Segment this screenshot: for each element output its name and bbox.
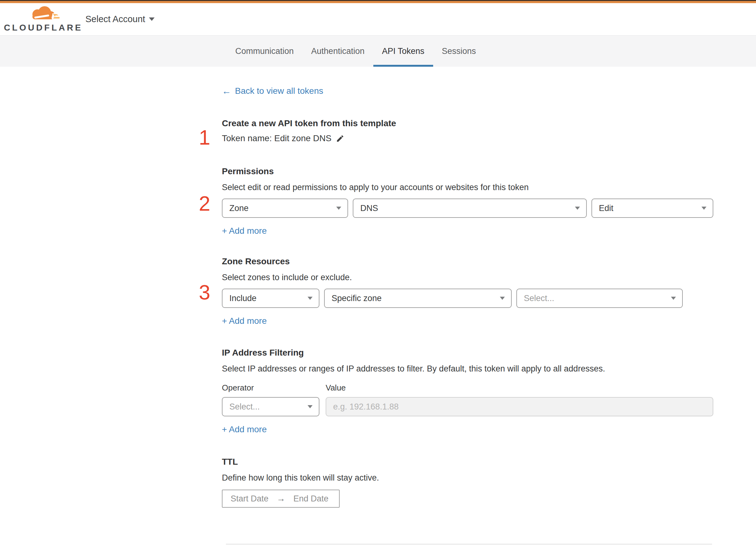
permission-scope-select[interactable]: Zone <box>222 198 348 218</box>
permissions-section: 2 Permissions Select edit or read permis… <box>222 166 713 236</box>
permission-scope-value: Zone <box>229 203 249 213</box>
zone-resources-add-more-link[interactable]: + Add more <box>222 316 267 326</box>
tab-api-tokens[interactable]: API Tokens <box>373 36 433 67</box>
back-arrow-icon: ← <box>222 86 231 96</box>
zone-type-value: Specific zone <box>331 294 382 303</box>
ttl-description: Define how long this token will stay act… <box>222 473 713 483</box>
chevron-down-icon <box>701 207 706 210</box>
account-selector[interactable]: Select Account <box>85 14 154 24</box>
ip-filtering-add-more-link[interactable]: + Add more <box>222 425 267 435</box>
chevron-down-icon <box>336 207 341 210</box>
account-selector-label: Select Account <box>85 14 145 24</box>
cloudflare-wordmark: CLOUDFLARE <box>4 23 83 33</box>
zone-type-select[interactable]: Specific zone <box>324 289 512 308</box>
zone-pick-value: Select... <box>524 294 554 303</box>
ttl-title: TTL <box>222 457 713 467</box>
value-label: Value <box>326 383 346 393</box>
permission-group-value: DNS <box>360 203 378 213</box>
token-name-text: Token name: Edit zone DNS <box>222 133 331 143</box>
permission-level-select[interactable]: Edit <box>592 198 713 218</box>
permission-group-select[interactable]: DNS <box>353 198 587 218</box>
chevron-down-icon <box>307 297 312 300</box>
tab-communication[interactable]: Communication <box>226 36 302 67</box>
permission-level-value: Edit <box>599 203 614 213</box>
chevron-down-icon <box>149 17 154 21</box>
zone-include-select[interactable]: Include <box>222 289 319 308</box>
tab-authentication[interactable]: Authentication <box>302 36 373 67</box>
zone-pick-select[interactable]: Select... <box>516 289 683 308</box>
edit-token-name-icon[interactable] <box>336 134 344 143</box>
zone-resources-title: Zone Resources <box>222 256 713 266</box>
main-content: ← Back to view all tokens 1 Create a new… <box>222 67 713 551</box>
ip-value-input[interactable] <box>326 397 713 416</box>
tab-bar: Communication Authentication API Tokens … <box>0 35 756 67</box>
back-to-tokens-link[interactable]: ← Back to view all tokens <box>222 86 323 96</box>
permissions-title: Permissions <box>222 166 713 176</box>
operator-label: Operator <box>222 383 326 393</box>
cloudflare-cloud-icon <box>20 6 67 23</box>
chevron-down-icon <box>500 297 505 300</box>
create-token-title: Create a new API token from this templat… <box>222 118 713 128</box>
ip-operator-select[interactable]: Select... <box>222 397 319 416</box>
back-link-label: Back to view all tokens <box>235 86 323 96</box>
chevron-down-icon <box>575 207 580 210</box>
zone-resources-section: 3 Zone Resources Select zones to include… <box>222 256 713 326</box>
top-orange-bar <box>0 1 756 3</box>
ttl-section: TTL Define how long this token will stay… <box>222 457 713 508</box>
chevron-down-icon <box>671 297 676 300</box>
ip-filtering-section: IP Address Filtering Select IP addresses… <box>222 348 713 435</box>
ttl-date-range-picker[interactable]: Start Date → End Date <box>222 490 340 508</box>
zone-include-value: Include <box>229 294 256 303</box>
cloudflare-logo[interactable]: CLOUDFLARE <box>14 6 72 33</box>
zone-resources-description: Select zones to include or exclude. <box>222 273 713 283</box>
step-number-1: 1 <box>199 127 210 148</box>
ip-filtering-description: Select IP addresses or ranges of IP addr… <box>222 364 713 374</box>
right-arrow-icon: → <box>277 494 285 504</box>
ip-filtering-title: IP Address Filtering <box>222 348 713 358</box>
create-token-section: 1 Create a new API token from this templ… <box>222 118 713 143</box>
step-number-2: 2 <box>199 193 210 214</box>
end-date-placeholder: End Date <box>293 494 329 504</box>
chevron-down-icon <box>307 405 312 408</box>
tab-sessions[interactable]: Sessions <box>433 36 485 67</box>
start-date-placeholder: Start Date <box>231 494 269 504</box>
header: CLOUDFLARE Select Account <box>0 3 756 35</box>
permissions-description: Select edit or read permissions to apply… <box>222 183 713 192</box>
permissions-add-more-link[interactable]: + Add more <box>222 226 267 236</box>
footer-divider <box>226 544 712 544</box>
step-number-3: 3 <box>199 282 210 303</box>
ip-operator-value: Select... <box>229 402 260 412</box>
